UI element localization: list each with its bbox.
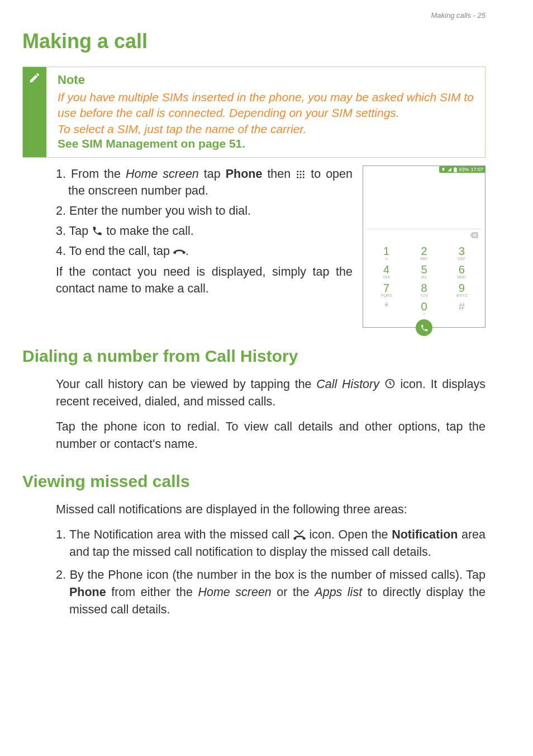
key-hash[interactable]: #: [443, 301, 480, 316]
dialpad: 1∞ 2ABC 3DEF 4GHI 5JKL 6MNO 7PQRS 8TUV 9…: [363, 243, 485, 316]
phone-call-icon: [92, 225, 103, 237]
step-1: 1. From the Home screen tap Phone then t…: [56, 166, 353, 199]
missed-item-1: 1. The Notification area with the missed…: [56, 526, 486, 561]
pencil-icon: [28, 72, 41, 84]
clock-history-icon: [384, 378, 396, 389]
section-title-missed: Viewing missed calls: [22, 472, 486, 491]
status-time: 17:07: [470, 167, 483, 172]
section-title-dialing: Dialing a number from Call History: [22, 347, 486, 366]
missed-item-2: 2. By the Phone icon (the number in the …: [56, 566, 486, 618]
note-text-1: If you have multiple SIMs inserted in th…: [58, 89, 477, 121]
phone-screenshot: 93% 17:07 1∞ 2ABC 3DEF 4GHI 5JKL 6MNO 7P…: [363, 166, 486, 328]
page-title: Making a call: [22, 30, 486, 53]
svg-point-4: [300, 174, 302, 176]
signal-icon: [447, 167, 452, 172]
key-star[interactable]: *: [368, 301, 405, 316]
svg-point-3: [297, 174, 298, 176]
status-bar: 93% 17:07: [439, 166, 485, 173]
key-1[interactable]: 1∞: [368, 245, 405, 261]
key-7[interactable]: 7PQRS: [368, 282, 405, 297]
battery-icon: [454, 167, 457, 172]
instructions: 1. From the Home screen tap Phone then t…: [22, 166, 353, 328]
section-body-dialing: Your call history can be viewed by tappi…: [22, 376, 486, 453]
key-6[interactable]: 6MNO: [443, 264, 480, 279]
note-title: Note: [58, 73, 477, 87]
instruction-paragraph: If the contact you need is displayed, si…: [56, 263, 353, 297]
key-8[interactable]: 8TUV: [405, 282, 442, 297]
note-link[interactable]: See SIM Management on page 51.: [58, 137, 477, 150]
svg-point-2: [303, 171, 304, 172]
page-header: Making calls - 25: [22, 11, 486, 20]
location-icon: [441, 167, 445, 172]
key-4[interactable]: 4GHI: [368, 264, 405, 279]
note-text-2: To select a SIM, just tap the name of th…: [58, 121, 477, 137]
svg-point-6: [297, 177, 298, 178]
section-body-missed: Missed call notifications are displayed …: [22, 501, 486, 618]
key-0[interactable]: 0+: [405, 301, 442, 316]
missed-call-icon: [293, 528, 306, 540]
battery-pct: 93%: [459, 167, 469, 172]
svg-point-7: [300, 177, 302, 178]
hangup-phone-icon: [173, 248, 185, 257]
key-3[interactable]: 3DEF: [443, 245, 480, 261]
step-3: 3. Tap to make the call.: [56, 223, 353, 239]
key-5[interactable]: 5JKL: [405, 264, 442, 279]
step-2: 2. Enter the number you wish to dial.: [56, 202, 353, 219]
dialpad-grid-icon: [296, 169, 306, 179]
note-box: Note If you have multiple SIMs inserted …: [22, 67, 486, 158]
svg-point-8: [303, 177, 304, 178]
phone-call-icon: [420, 324, 429, 332]
svg-point-0: [297, 171, 298, 172]
step-4: 4. To end the call, tap .: [56, 243, 353, 259]
backspace-icon[interactable]: [470, 231, 478, 240]
note-tab: [23, 67, 46, 157]
svg-point-5: [303, 174, 304, 176]
number-input-line[interactable]: [367, 229, 482, 243]
svg-point-1: [300, 171, 302, 172]
key-2[interactable]: 2ABC: [405, 245, 442, 261]
dial-call-button[interactable]: [416, 319, 432, 336]
key-9[interactable]: 9WXYZ: [443, 282, 480, 297]
